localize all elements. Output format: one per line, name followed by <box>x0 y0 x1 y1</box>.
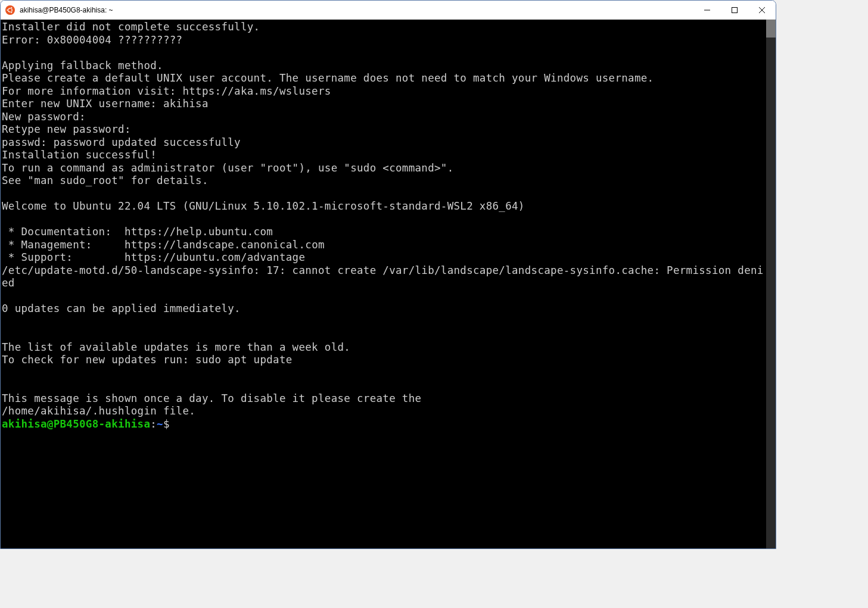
titlebar[interactable]: akihisa@PB450G8-akihisa: ~ <box>1 1 776 20</box>
scrollbar[interactable] <box>766 20 776 548</box>
svg-rect-6 <box>732 7 738 13</box>
maximize-button[interactable] <box>721 1 748 19</box>
terminal-output[interactable]: Installer did not complete successfully.… <box>1 20 766 548</box>
svg-point-2 <box>7 9 8 11</box>
minimize-button[interactable] <box>693 1 721 19</box>
terminal-wrap: Installer did not complete successfully.… <box>1 20 776 548</box>
window-title: akihisa@PB450G8-akihisa: ~ <box>20 6 693 14</box>
svg-point-4 <box>11 11 13 13</box>
close-button[interactable] <box>748 1 776 19</box>
terminal-window: akihisa@PB450G8-akihisa: ~ Installer did… <box>0 0 776 549</box>
scroll-thumb[interactable] <box>766 20 776 38</box>
svg-point-3 <box>11 7 13 8</box>
window-controls <box>693 1 776 19</box>
ubuntu-icon <box>5 5 15 15</box>
